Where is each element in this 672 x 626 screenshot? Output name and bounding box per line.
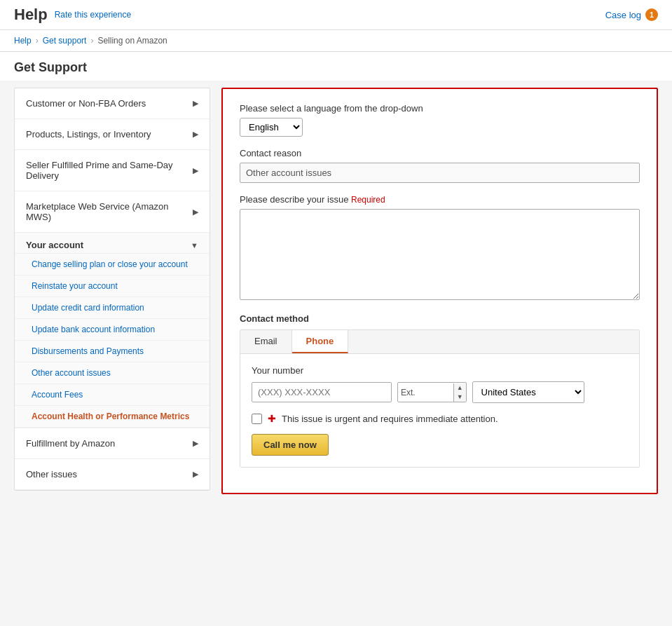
phone-number-input[interactable] (252, 382, 392, 402)
case-log-badge: 1 (645, 8, 658, 21)
submenu-disbursements[interactable]: Disbursements and Payments (15, 341, 210, 362)
ext-input[interactable] (418, 383, 453, 402)
call-now-button[interactable]: Call me now (252, 434, 329, 456)
issue-textarea[interactable] (240, 209, 640, 300)
contact-reason-label: Contact reason (240, 148, 640, 158)
sidebar-item-fba[interactable]: Fulfillment by Amazon ▶ (15, 428, 210, 459)
breadcrumb-sep-2: › (90, 36, 93, 46)
ext-spinners: ▲ ▼ (453, 383, 466, 402)
sidebar-item-header-customer-orders[interactable]: Customer or Non-FBA Orders ▶ (15, 88, 210, 118)
submenu-account-health[interactable]: Account Health or Performance Metrics (15, 406, 210, 428)
sidebar-item-products[interactable]: Products, Listings, or Inventory ▶ (15, 119, 210, 150)
header: Help Rate this experience Case log 1 (0, 0, 672, 30)
sidebar-label-customer-orders: Customer or Non-FBA Orders (26, 98, 146, 109)
form-container: Please select a language from the drop-d… (221, 88, 658, 494)
submenu-change-selling-plan[interactable]: Change selling plan or close your accoun… (15, 254, 210, 275)
submenu-other-account-issues[interactable]: Other account issues (15, 362, 210, 384)
urgent-icon: ✚ (268, 413, 276, 424)
sidebar-item-header-mws[interactable]: Marketplace Web Service (Amazon MWS) ▶ (15, 191, 210, 232)
case-log-label: Case log (605, 10, 641, 20)
sidebar-item-customer-orders[interactable]: Customer or Non-FBA Orders ▶ (15, 88, 210, 119)
ext-down-button[interactable]: ▼ (454, 393, 466, 402)
sidebar-label-your-account: Your account (26, 240, 83, 250)
submenu-update-credit-card[interactable]: Update credit card information (15, 297, 210, 319)
submenu-account-fees[interactable]: Account Fees (15, 384, 210, 406)
chevron-right-icon-mws: ▶ (193, 207, 198, 217)
required-indicator: Required (351, 195, 385, 205)
chevron-right-icon-products: ▶ (193, 130, 198, 139)
sidebar-label-mws: Marketplace Web Service (Amazon MWS) (26, 201, 193, 222)
chevron-right-icon-customer-orders: ▶ (193, 99, 198, 108)
chevron-right-icon-seller-fulfilled: ▶ (193, 166, 198, 175)
chevron-down-icon-your-account: ▼ (191, 241, 198, 250)
sidebar-item-header-other-issues[interactable]: Other issues ▶ (15, 459, 210, 489)
content-area: Please select a language from the drop-d… (221, 88, 658, 494)
sidebar-label-fba: Fulfillment by Amazon (26, 438, 115, 449)
sidebar-label-other-issues: Other issues (26, 469, 77, 479)
tab-email[interactable]: Email (240, 330, 292, 353)
sidebar-item-header-seller-fulfilled[interactable]: Seller Fulfilled Prime and Same-Day Deli… (15, 150, 210, 191)
header-left: Help Rate this experience (14, 6, 131, 24)
country-select[interactable]: United States Canada United Kingdom Germ… (472, 381, 584, 403)
rate-experience-link[interactable]: Rate this experience (55, 10, 131, 20)
page-title-bar: Get Support (0, 52, 672, 81)
phone-inputs-row: Ext. ▲ ▼ United States Canada Unite (252, 381, 628, 403)
phone-tab-content: Your number Ext. ▲ ▼ (240, 354, 639, 467)
contact-reason-section: Contact reason (240, 148, 640, 183)
language-label: Please select a language from the drop-d… (240, 103, 640, 114)
sidebar-item-seller-fulfilled[interactable]: Seller Fulfilled Prime and Same-Day Deli… (15, 150, 210, 191)
your-number-label: Your number (252, 365, 628, 376)
tab-phone[interactable]: Phone (292, 330, 349, 353)
urgent-row: ✚ This issue is urgent and requires imme… (252, 413, 628, 424)
contact-reason-input[interactable] (240, 163, 640, 183)
submenu-reinstate-account[interactable]: Reinstate your account (15, 275, 210, 297)
ext-input-wrapper: Ext. ▲ ▼ (397, 382, 467, 402)
contact-method-tabs: Email Phone Your number Ext. (240, 329, 640, 468)
sidebar-item-header-your-account[interactable]: Your account ▼ (15, 233, 210, 253)
sidebar-item-mws[interactable]: Marketplace Web Service (Amazon MWS) ▶ (15, 191, 210, 233)
breadcrumb-get-support[interactable]: Get support (43, 36, 87, 46)
sidebar-item-header-fba[interactable]: Fulfillment by Amazon ▶ (15, 428, 210, 458)
sidebar-item-your-account[interactable]: Your account ▼ Change selling plan or cl… (15, 233, 210, 428)
ext-up-button[interactable]: ▲ (454, 383, 466, 393)
contact-method-label: Contact method (240, 313, 640, 324)
chevron-right-icon-other-issues: ▶ (193, 470, 198, 479)
describe-issue-section: Please describe your issue Required (240, 194, 640, 302)
breadcrumb-sep-1: › (36, 36, 39, 46)
language-section: Please select a language from the drop-d… (240, 103, 640, 137)
sidebar-item-header-products[interactable]: Products, Listings, or Inventory ▶ (15, 119, 210, 149)
page-title: Get Support (14, 60, 658, 75)
your-account-submenu: Change selling plan or close your accoun… (15, 253, 210, 428)
case-log[interactable]: Case log 1 (605, 8, 658, 21)
submenu-update-bank[interactable]: Update bank account information (15, 319, 210, 341)
urgent-label: This issue is urgent and requires immedi… (282, 414, 498, 424)
breadcrumb-help[interactable]: Help (14, 36, 32, 46)
header-title: Help (14, 6, 48, 24)
language-select[interactable]: English French German Spanish (240, 118, 303, 137)
contact-method-section: Contact method Email Phone Your number (240, 313, 640, 468)
breadcrumb: Help › Get support › Selling on Amazon (0, 30, 672, 52)
sidebar-label-products: Products, Listings, or Inventory (26, 129, 151, 140)
ext-label: Ext. (398, 383, 418, 402)
describe-issue-label: Please describe your issue Required (240, 194, 640, 205)
breadcrumb-current: Selling on Amazon (97, 36, 167, 46)
sidebar-item-other-issues[interactable]: Other issues ▶ (15, 459, 210, 490)
urgent-checkbox[interactable] (252, 414, 262, 424)
chevron-right-icon-fba: ▶ (193, 439, 198, 448)
tabs-header: Email Phone (240, 330, 639, 354)
sidebar-label-seller-fulfilled: Seller Fulfilled Prime and Same-Day Deli… (26, 160, 193, 181)
sidebar: Customer or Non-FBA Orders ▶ Products, L… (14, 88, 210, 491)
main-layout: Customer or Non-FBA Orders ▶ Products, L… (0, 81, 672, 501)
